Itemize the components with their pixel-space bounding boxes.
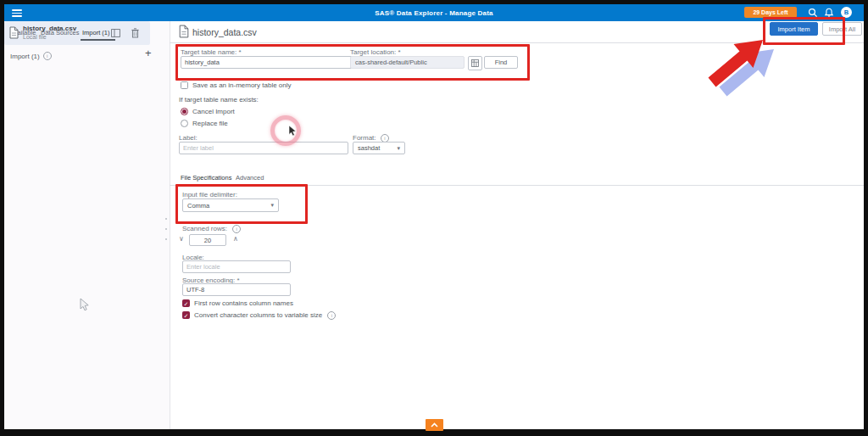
scanned-rows-input[interactable]	[189, 234, 226, 246]
tab-file-specifications[interactable]: File Specifications	[181, 174, 231, 182]
target-table-name-input[interactable]	[181, 56, 374, 69]
format-dropdown[interactable]: sashdat	[353, 142, 405, 154]
scanned-rows-label-text: Scanned rows:	[182, 225, 227, 232]
document-icon	[179, 25, 189, 38]
cancel-import-radio[interactable]	[181, 108, 188, 115]
format-value: sashdat	[358, 144, 380, 152]
table-preview-icon[interactable]	[111, 29, 120, 37]
sidebar-tab-import[interactable]: Import (1)	[82, 29, 110, 36]
add-import-button[interactable]: +	[145, 48, 152, 59]
import-section-header: Import (1)	[10, 52, 52, 60]
red-arrow-annotation	[709, 40, 764, 87]
locale-input[interactable]	[182, 260, 291, 273]
target-location-field: cas-shared-default/Public	[350, 56, 465, 69]
stepper-down-icon[interactable]: ∨	[179, 235, 184, 243]
delimiter-label: Input file delimiter:	[182, 191, 237, 198]
delimiter-dropdown[interactable]: Comma	[182, 198, 279, 212]
import-item-name: history_data.csv	[23, 25, 76, 32]
label-label: Label:	[179, 134, 198, 142]
replace-file-radio[interactable]	[181, 120, 188, 127]
convert-columns-label: Convert character columns to variable si…	[194, 311, 336, 320]
app-window: SAS® Data Explorer - Manage Data 29 Days…	[4, 4, 864, 429]
exists-heading: If target table name exists:	[179, 96, 259, 103]
arrow-shadow	[720, 49, 775, 97]
source-encoding-input[interactable]	[182, 283, 291, 296]
import-item-button[interactable]: Import Item	[770, 22, 818, 36]
in-memory-label: Save as an in-memory table only	[192, 81, 292, 89]
bell-icon[interactable]	[824, 8, 834, 18]
label-input[interactable]	[179, 142, 348, 154]
trash-icon[interactable]	[131, 28, 139, 38]
app-title: SAS® Data Explorer - Manage Data	[4, 9, 864, 17]
cancel-import-label: Cancel Import	[192, 108, 235, 115]
expand-panel-button[interactable]	[426, 419, 443, 431]
import-item-type: Local file	[23, 34, 47, 40]
screenshot-frame: SAS® Data Explorer - Manage Data 29 Days…	[0, 0, 868, 436]
header-divider	[170, 42, 864, 43]
info-icon[interactable]	[232, 225, 241, 233]
tab-advanced[interactable]: Advanced	[236, 174, 264, 182]
target-table-name-label: Target table name: *	[181, 48, 242, 56]
search-icon[interactable]	[808, 8, 818, 18]
user-avatar[interactable]: B	[841, 7, 852, 18]
browse-table-icon	[471, 59, 479, 67]
trial-badge[interactable]: 29 Days Left	[744, 7, 797, 18]
delimiter-value: Comma	[187, 202, 209, 210]
format-label-text: Format:	[353, 134, 376, 142]
import-section-title: Import (1)	[10, 53, 40, 60]
info-icon[interactable]	[43, 52, 52, 60]
scanned-rows-label: Scanned rows:	[182, 225, 241, 233]
target-location-label: Target location: *	[350, 48, 401, 56]
stepper-up-icon[interactable]: ∧	[233, 235, 238, 243]
replace-file-label: Replace file	[192, 120, 228, 127]
panel-resize-grip[interactable]	[165, 218, 168, 240]
chevron-up-icon	[431, 422, 438, 428]
find-button[interactable]: Find	[484, 56, 518, 69]
convert-columns-checkbox[interactable]	[182, 311, 190, 319]
first-row-checkbox[interactable]	[182, 299, 190, 307]
browse-location-button[interactable]	[468, 56, 482, 70]
tabs-divider	[170, 185, 864, 186]
info-icon[interactable]	[327, 311, 336, 320]
in-memory-checkbox[interactable]	[181, 81, 188, 89]
first-row-label: First row contains column names	[194, 299, 293, 307]
app-bar: SAS® Data Explorer - Manage Data 29 Days…	[4, 4, 864, 21]
page-title: history_data.csv	[192, 27, 257, 37]
import-all-button[interactable]: Import All	[822, 22, 862, 36]
mouse-cursor-click	[289, 126, 296, 136]
sidebar: Available Data Sources Import (1) Import…	[4, 21, 170, 429]
convert-columns-label-text: Convert character columns to variable si…	[194, 311, 322, 319]
document-icon	[9, 26, 19, 39]
